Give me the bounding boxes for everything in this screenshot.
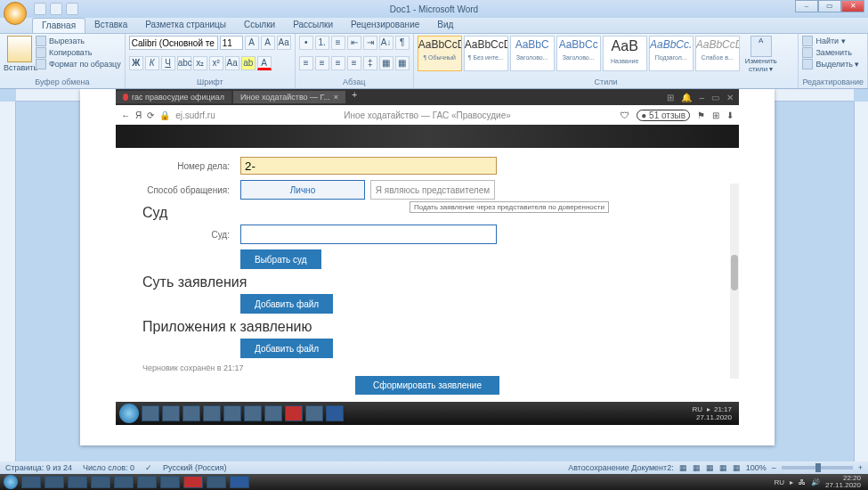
submit-button[interactable]: Сформировать заявление xyxy=(355,376,499,395)
taskbar-word-icon[interactable] xyxy=(326,405,344,421)
tab-page-layout[interactable]: Разметка страницы xyxy=(136,18,235,33)
court-input[interactable] xyxy=(240,225,497,244)
style-subtle[interactable]: AaBbCcDcСлабое в... xyxy=(695,36,740,71)
change-case-button[interactable]: Aa xyxy=(225,56,239,70)
taskbar-folder-icon-outer[interactable] xyxy=(114,476,134,488)
browser-close-icon[interactable]: ✕ xyxy=(726,93,734,102)
view-web-icon[interactable]: ▦ xyxy=(706,463,714,472)
shading-button[interactable]: ▦ xyxy=(379,56,393,70)
taskbar-ie-icon-outer[interactable] xyxy=(21,476,41,488)
view-print-icon[interactable]: ▦ xyxy=(679,463,687,472)
address-bar[interactable]: ej.sudrf.ru xyxy=(175,110,215,120)
tray-sound-icon[interactable]: 🔊 xyxy=(811,478,820,486)
browser-notif-icon[interactable]: 🔔 xyxy=(681,93,692,102)
numbering-button[interactable]: 1. xyxy=(315,36,329,50)
minimize-button[interactable]: – xyxy=(795,0,818,12)
bookmark-icon[interactable]: ⚑ xyxy=(697,110,705,120)
find-button[interactable]: Найти ▾ xyxy=(802,36,864,46)
view-draft-icon[interactable]: ▦ xyxy=(733,463,741,472)
taskbar-media-icon-outer[interactable] xyxy=(68,476,87,488)
style-heading1[interactable]: AaBbCЗаголово... xyxy=(510,36,555,71)
close-button[interactable]: ✕ xyxy=(841,0,864,12)
bullets-button[interactable]: • xyxy=(299,36,313,50)
indent-inc-button[interactable]: ⇥ xyxy=(363,36,377,50)
subscript-button[interactable]: x₂ xyxy=(193,56,207,70)
taskbar-excel-icon-outer[interactable] xyxy=(91,476,110,488)
start-button[interactable] xyxy=(4,475,18,489)
browser-min-icon[interactable]: – xyxy=(699,93,704,102)
font-size-combo[interactable] xyxy=(220,36,243,50)
justify-button[interactable]: ≡ xyxy=(347,56,361,70)
show-marks-button[interactable]: ¶ xyxy=(395,36,410,50)
taskbar-word-icon-outer[interactable] xyxy=(230,476,249,488)
vertical-ruler[interactable] xyxy=(0,102,16,461)
tab-view[interactable]: Вид xyxy=(428,18,462,33)
status-page[interactable]: Страница: 9 из 24 xyxy=(5,463,72,472)
style-heading2[interactable]: AaBbCcЗаголово... xyxy=(556,36,601,71)
grow-font-icon[interactable]: A xyxy=(245,36,259,50)
shrink-font-icon[interactable]: A xyxy=(261,36,275,50)
qat-save-icon[interactable] xyxy=(34,3,46,15)
replace-button[interactable]: Заменить xyxy=(802,47,864,58)
download-icon[interactable]: ⬇ xyxy=(726,110,734,120)
taskbar-media-icon[interactable] xyxy=(183,405,200,421)
taskbar-explorer-icon[interactable] xyxy=(162,405,180,421)
taskbar-explorer-icon-outer[interactable] xyxy=(45,476,64,488)
taskbar-app-icon-outer[interactable] xyxy=(137,476,157,488)
underline-button[interactable]: Ч xyxy=(161,56,175,70)
multilevel-button[interactable]: ≡ xyxy=(331,36,345,50)
back-button[interactable]: ← xyxy=(121,110,130,120)
select-button[interactable]: Выделить ▾ xyxy=(802,59,864,69)
taskbar-zoom-icon-outer[interactable] xyxy=(160,476,180,488)
qat-redo-icon[interactable] xyxy=(66,3,78,15)
add-file-button-2[interactable]: Добавить файл xyxy=(240,339,333,358)
inner-flag-icon[interactable]: ▸ xyxy=(707,405,710,413)
view-full-icon[interactable]: ▦ xyxy=(693,463,701,472)
shield-icon[interactable]: 🛡 xyxy=(621,110,629,120)
view-outline-icon[interactable]: ▦ xyxy=(719,463,727,472)
tab-review[interactable]: Рецензирование xyxy=(342,18,428,33)
reload-icon[interactable]: ⟳ xyxy=(147,110,154,120)
change-styles-button[interactable]: A Изменить стили ▾ xyxy=(743,36,779,73)
page-scrollbar[interactable] xyxy=(730,184,739,379)
indent-dec-button[interactable]: ⇤ xyxy=(347,36,361,50)
sort-button[interactable]: A↓ xyxy=(379,36,393,50)
close-tab-icon[interactable]: × xyxy=(334,93,338,102)
taskbar-yandex2-icon-outer[interactable] xyxy=(207,476,226,488)
style-title[interactable]: AaBНазвание xyxy=(603,36,647,71)
paste-button[interactable]: Вставить xyxy=(4,36,36,72)
tray-net-icon[interactable]: 🖧 xyxy=(799,478,806,486)
tab-mailings[interactable]: Рассылки xyxy=(284,18,342,33)
status-spell-icon[interactable]: ✓ xyxy=(145,463,152,472)
taskbar-ie-icon[interactable] xyxy=(142,405,159,421)
status-words[interactable]: Число слов: 0 xyxy=(83,463,134,472)
line-spacing-button[interactable]: ‡ xyxy=(363,56,377,70)
style-no-spacing[interactable]: AaBbCcDc¶ Без инте... xyxy=(464,36,508,71)
taskbar-zoom-icon[interactable] xyxy=(264,405,282,421)
office-button[interactable] xyxy=(4,2,27,25)
strike-button[interactable]: abc xyxy=(177,56,191,70)
maximize-button[interactable]: ▭ xyxy=(818,0,841,12)
zoom-in-button[interactable]: + xyxy=(858,463,863,472)
new-tab-button[interactable]: + xyxy=(347,90,361,104)
tab-insert[interactable]: Вставка xyxy=(85,18,136,33)
taskbar-yandex-icon[interactable] xyxy=(285,405,303,421)
taskbar-app-icon[interactable] xyxy=(244,405,262,421)
qat-undo-icon[interactable] xyxy=(50,3,62,15)
tray-lang[interactable]: RU xyxy=(774,478,784,486)
taskbar-yandex-icon-outer[interactable] xyxy=(183,476,203,488)
style-gallery[interactable]: AaBbCcDc¶ Обычный AaBbCcDc¶ Без инте... … xyxy=(418,36,740,73)
style-normal[interactable]: AaBbCcDc¶ Обычный xyxy=(418,36,462,71)
taskbar-yandex2-icon[interactable] xyxy=(305,405,323,421)
browser-max-icon[interactable]: ▭ xyxy=(711,93,719,102)
taskbar-folder-icon[interactable] xyxy=(223,405,241,421)
bold-button[interactable]: Ж xyxy=(129,56,143,70)
browser-ext-icon[interactable]: ⊞ xyxy=(667,93,674,102)
zoom-level[interactable]: 100% xyxy=(746,463,767,472)
tab-home[interactable]: Главная xyxy=(32,18,85,33)
vertical-scrollbar[interactable] xyxy=(854,102,868,461)
start-button-inner[interactable] xyxy=(119,404,139,423)
zoom-slider[interactable] xyxy=(782,466,853,470)
case-number-input[interactable] xyxy=(240,157,497,175)
add-file-button-1[interactable]: Добавить файл xyxy=(240,294,333,314)
